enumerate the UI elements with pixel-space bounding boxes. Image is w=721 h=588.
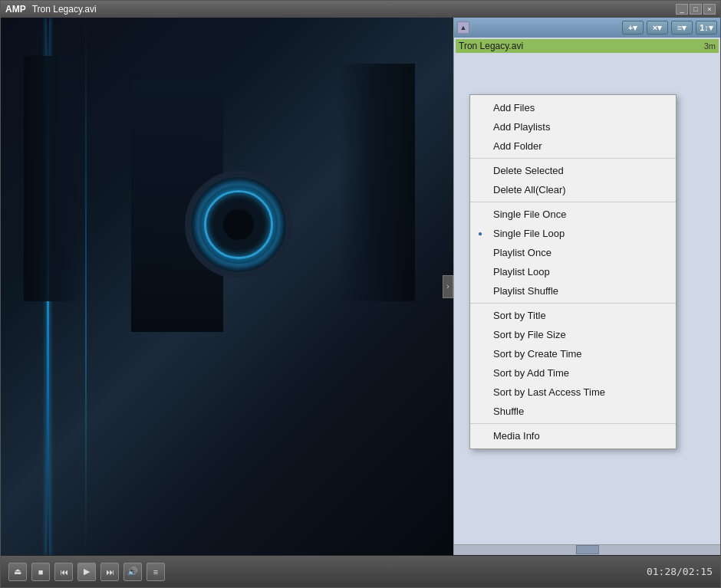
stop-icon: ■ [38,567,44,577]
menu-item-single-file-loop-label: Single File Loop [493,228,660,239]
menu-item-playlist-shuffle[interactable]: Playlist Shuffle [470,281,676,301]
menu-item-sort-createtime[interactable]: Sort by Create Time [470,344,676,363]
hscroll-thumb[interactable] [576,545,599,554]
menu-item-sort-filesize[interactable]: Sort by File Size [470,325,676,344]
menu-item-sort-title-label: Sort by Title [493,310,660,321]
playlist-icon: ≡ [153,567,158,577]
app-logo: AMP [5,4,26,15]
volume-button[interactable]: 🔊 [123,563,142,581]
separator-1 [470,158,676,159]
menu-item-delete-selected[interactable]: Delete Selected [470,161,676,180]
add-menu-btn[interactable]: +▾ [622,21,644,34]
content-area: › ▲ +▾ ×▾ ≡▾ 1↕▾ Tron Legacy.avi 3m [1,18,720,555]
playlist-item-duration: 3m [704,41,716,51]
figure-left [24,56,85,301]
figure-right [338,64,415,301]
window-title: Tron Legacy.avi [32,4,97,15]
scroll-up-button[interactable]: ▲ [457,21,469,34]
menu-item-sort-addtime-label: Sort by Add Time [493,367,660,379]
prev-button[interactable]: ⏮ [54,563,73,581]
menu-item-sort-addtime[interactable]: Sort by Add Time [470,363,676,383]
menu-item-add-files-label: Add Files [493,102,660,113]
playlist-toolbar: ▲ +▾ ×▾ ≡▾ 1↕▾ [454,18,720,38]
controls-bar: ⏏ ■ ⏮ ▶ ⏭ 🔊 ≡ 01:28/02:15 [1,555,720,587]
video-panel: › [1,18,453,555]
volume-icon: 🔊 [127,567,138,577]
video-scene [1,18,453,555]
time-display: 01:28/02:15 [647,566,713,577]
next-button[interactable]: ⏭ [100,563,119,581]
minimize-button[interactable]: _ [676,4,688,15]
menu-item-single-file-once-label: Single File Once [493,209,660,220]
tron-line-2 [85,18,87,555]
tron-disc [185,171,292,278]
menu-item-shuffle[interactable]: Shuffle [470,402,676,421]
menu-item-add-playlists[interactable]: Add Playlists [470,117,676,136]
sort-menu-btn[interactable]: ≡▾ [671,21,693,34]
eject-icon: ⏏ [14,567,21,577]
disc-center [223,209,254,240]
next-icon: ⏭ [106,567,114,577]
menu-item-add-playlists-label: Add Playlists [493,121,660,133]
playlist-hscroll[interactable] [454,544,720,555]
window-controls: _ □ × [676,4,716,15]
close-button[interactable]: × [703,4,716,15]
separator-2 [470,202,676,202]
menu-item-shuffle-label: Shuffle [493,406,660,417]
menu-item-media-info-label: Media Info [493,430,660,442]
menu-item-sort-title[interactable]: Sort by Title [470,306,676,325]
remove-menu-btn[interactable]: ×▾ [647,21,668,34]
eject-button[interactable]: ⏏ [8,563,27,581]
menu-item-single-file-loop[interactable]: Single File Loop [470,224,676,243]
menu-item-sort-lastaccesstime[interactable]: Sort by Last Access Time [470,383,676,402]
menu-item-add-files[interactable]: Add Files [470,98,676,117]
app-window: AMP Tron Legacy.avi _ □ × [0,0,721,588]
play-button[interactable]: ▶ [77,563,96,581]
menu-item-media-info[interactable]: Media Info [470,426,676,445]
panel-toggle-button[interactable]: › [443,275,453,298]
stop-button[interactable]: ■ [31,563,50,581]
menu-item-add-folder-label: Add Folder [493,140,660,152]
menu-item-single-file-once[interactable]: Single File Once [470,205,676,224]
title-bar: AMP Tron Legacy.avi _ □ × [1,1,720,18]
menu-item-playlist-shuffle-label: Playlist Shuffle [493,285,660,297]
context-menu: Add Files Add Playlists Add Folder Delet… [469,94,677,449]
order-menu-btn[interactable]: 1↕▾ [696,21,717,34]
menu-item-playlist-loop-label: Playlist Loop [493,266,660,278]
menu-item-delete-all-label: Delete All(Clear) [493,184,660,195]
menu-item-playlist-loop[interactable]: Playlist Loop [470,262,676,281]
menu-item-add-folder[interactable]: Add Folder [470,136,676,156]
playlist-item-title: Tron Legacy.avi [459,41,704,51]
prev-icon: ⏮ [60,567,68,577]
play-icon: ▶ [84,567,90,577]
playlist-panel: ▲ +▾ ×▾ ≡▾ 1↕▾ Tron Legacy.avi 3m Add Fi… [453,18,720,555]
menu-item-sort-filesize-label: Sort by File Size [493,329,660,340]
menu-item-sort-createtime-label: Sort by Create Time [493,348,660,360]
playlist-button[interactable]: ≡ [147,563,165,581]
separator-4 [470,423,676,424]
menu-item-playlist-once-label: Playlist Once [493,247,660,258]
video-area: › [1,18,453,555]
maximize-button[interactable]: □ [690,4,702,15]
menu-item-delete-selected-label: Delete Selected [493,165,660,176]
menu-item-sort-lastaccesstime-label: Sort by Last Access Time [493,386,660,398]
playlist-item[interactable]: Tron Legacy.avi 3m [456,39,719,53]
separator-3 [470,303,676,304]
menu-item-playlist-once[interactable]: Playlist Once [470,243,676,262]
menu-item-delete-all[interactable]: Delete All(Clear) [470,180,676,199]
